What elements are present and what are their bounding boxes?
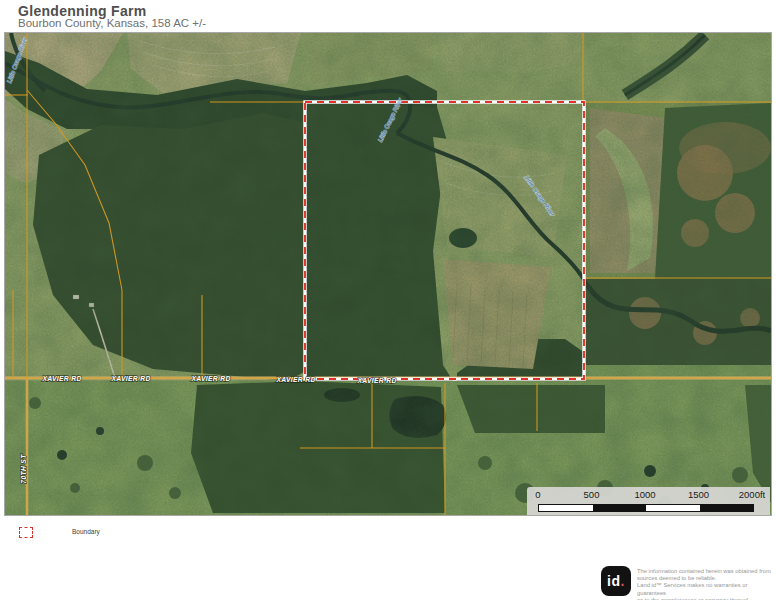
scale-bar: 0 500 1000 1500 2000ft bbox=[527, 487, 770, 515]
disclaimer-line: The information contained herein was obt… bbox=[637, 568, 771, 575]
disclaimer-line: sources deemed to be reliable. bbox=[637, 575, 771, 582]
scale-segment bbox=[700, 505, 754, 511]
scale-segment bbox=[593, 505, 647, 511]
logo-text: id bbox=[607, 573, 620, 589]
disclaimer-text: The information contained herein was obt… bbox=[637, 568, 771, 600]
scale-tick-labels: 0 500 1000 1500 2000ft bbox=[527, 489, 770, 501]
road-label-xavier: XAVIER RD bbox=[110, 375, 150, 382]
legend-boundary-label: Boundary bbox=[72, 528, 100, 535]
road-label-70th: 70TH ST bbox=[20, 454, 27, 484]
scale-track bbox=[538, 504, 754, 512]
scale-tick: 0 bbox=[535, 489, 540, 500]
land-id-logo: id. bbox=[601, 566, 631, 596]
scale-tick: 500 bbox=[584, 489, 600, 500]
road-label-xavier: XAVIER RD bbox=[356, 377, 396, 384]
terrain-grain bbox=[5, 33, 771, 515]
aerial-imagery: XAVIER RD XAVIER RD XAVIER RD XAVIER RD … bbox=[5, 33, 771, 515]
disclaimer-line: Land id™ Services makes no warranties or… bbox=[637, 582, 771, 596]
boundary-swatch-icon bbox=[19, 527, 33, 538]
page-subtitle: Bourbon County, Kansas, 158 AC +/- bbox=[18, 17, 206, 29]
scale-tick: 2000ft bbox=[739, 489, 765, 500]
legend: Boundary bbox=[0, 520, 776, 544]
scale-segment bbox=[539, 505, 593, 511]
road-label-xavier: XAVIER RD bbox=[41, 375, 81, 382]
logo-dot: . bbox=[621, 573, 625, 589]
road-label-xavier: XAVIER RD bbox=[190, 375, 230, 382]
page: Glendenning Farm Bourbon County, Kansas,… bbox=[0, 0, 776, 600]
aerial-map: XAVIER RD XAVIER RD XAVIER RD XAVIER RD … bbox=[4, 32, 772, 516]
road-label-xavier: XAVIER RD bbox=[275, 376, 315, 383]
scale-tick: 1000 bbox=[634, 489, 655, 500]
footer: id. The information contained herein was… bbox=[0, 560, 776, 600]
scale-segment bbox=[646, 505, 700, 511]
scale-tick: 1500 bbox=[688, 489, 709, 500]
